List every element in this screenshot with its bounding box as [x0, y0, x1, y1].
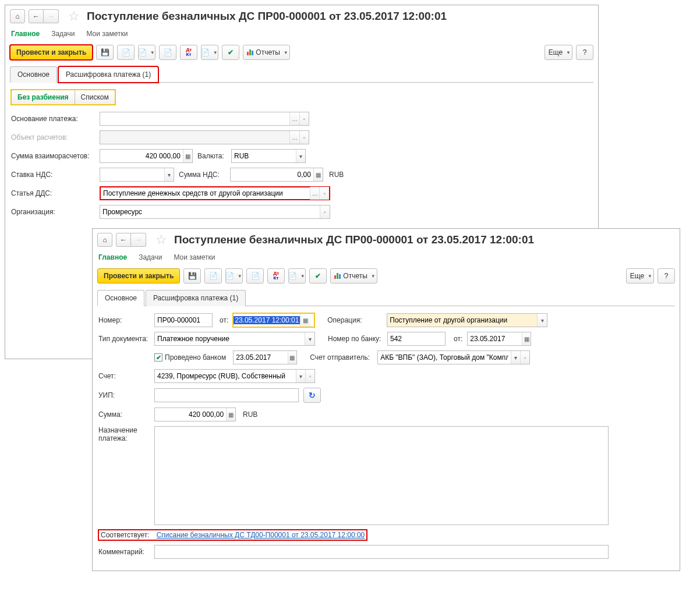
approve-button[interactable]: ✔: [222, 45, 239, 60]
nav-tab-tasks[interactable]: Задачи: [139, 253, 162, 261]
favorite-star-icon[interactable]: ☆: [68, 9, 80, 24]
post-and-close-button[interactable]: Провести и закрыть: [10, 45, 93, 60]
home-button[interactable]: ⌂: [10, 9, 25, 23]
open-icon[interactable]: ▫: [305, 370, 314, 382]
calendar-icon[interactable]: ▦: [300, 314, 310, 327]
dropdown-icon[interactable]: ▾: [305, 332, 314, 345]
open-icon[interactable]: ▫: [319, 187, 329, 200]
sender-account-field[interactable]: ▾▫: [377, 350, 530, 364]
dds-field[interactable]: …▫: [100, 186, 330, 200]
post-button[interactable]: [204, 268, 222, 284]
reports-button[interactable]: Отчеты▼: [330, 268, 377, 284]
document-plus-icon: [225, 272, 234, 280]
calc-icon[interactable]: ▦: [313, 168, 323, 181]
seg-no-split[interactable]: Без разбиения: [11, 90, 75, 105]
back-button[interactable]: ←: [116, 233, 131, 247]
save-button[interactable]: [183, 268, 201, 284]
bank-number-field[interactable]: [387, 332, 446, 346]
help-button[interactable]: ?: [576, 45, 593, 60]
split-mode-segment: Без разбиения Списком: [11, 90, 115, 105]
print-button[interactable]: ▼: [201, 45, 218, 60]
label-corresponds: Соответствует:: [101, 531, 150, 539]
refresh-arrow-icon: ↻: [309, 391, 316, 400]
nav-tab-notes[interactable]: Мои заметки: [86, 30, 128, 38]
tab-payment-detail[interactable]: Расшифровка платежа (1): [58, 66, 158, 83]
save-icon: [101, 48, 109, 56]
calc-icon[interactable]: ▦: [226, 408, 235, 421]
document-icon: [122, 48, 130, 56]
forward-button[interactable]: →: [131, 233, 146, 247]
purpose-textarea[interactable]: [154, 426, 609, 525]
more-button[interactable]: Еще▼: [545, 45, 572, 60]
label-sender-account: Счет отправитель:: [310, 353, 375, 362]
print-button[interactable]: ▼: [288, 268, 306, 284]
label-operation: Операция:: [327, 316, 384, 324]
more-button[interactable]: Еще▼: [626, 268, 654, 284]
tab-payment-detail[interactable]: Расшифровка платежа (1): [146, 290, 246, 306]
dtkt-icon: ДтКт: [274, 271, 280, 281]
favorite-star-icon[interactable]: ☆: [155, 232, 167, 247]
approve-button[interactable]: ✔: [309, 268, 327, 284]
structure-button[interactable]: [159, 45, 176, 60]
uip-field[interactable]: [154, 388, 299, 402]
vat-sum-field[interactable]: ▦: [230, 168, 323, 182]
dropdown-icon[interactable]: ▾: [537, 314, 547, 327]
checkbox-icon: ✔: [154, 353, 162, 362]
org-field[interactable]: ▫: [100, 205, 330, 219]
reports-button[interactable]: Отчеты▼: [243, 45, 289, 60]
open-icon[interactable]: ▫: [320, 205, 330, 218]
titlebar: ⌂ ← → ☆ Поступление безналичных ДС ПР00-…: [93, 229, 680, 251]
create-based-on-button[interactable]: ▼: [138, 45, 155, 60]
forward-button[interactable]: →: [44, 9, 59, 23]
payment-basis-field[interactable]: …▫: [100, 112, 309, 126]
sum-field[interactable]: ▦: [154, 408, 236, 421]
settlement-sum-field[interactable]: ▦: [100, 149, 193, 163]
dropdown-icon[interactable]: ▾: [511, 351, 520, 364]
currency-label: RUB: [243, 410, 257, 419]
calendar-icon[interactable]: ▦: [522, 332, 531, 345]
seg-list[interactable]: Списком: [75, 90, 115, 105]
corresponds-link[interactable]: Списание безналичных ДС ТД00-П00001 от 2…: [157, 531, 365, 539]
document-icon: [209, 272, 218, 280]
nav-tab-notes[interactable]: Мои заметки: [174, 253, 215, 261]
calendar-icon[interactable]: ▦: [288, 351, 296, 364]
help-button[interactable]: ?: [657, 268, 675, 284]
nav-tab-tasks[interactable]: Задачи: [51, 30, 75, 38]
check-icon: ✔: [315, 272, 321, 280]
nav-tab-main[interactable]: Главное: [98, 253, 127, 261]
dropdown-icon[interactable]: ▾: [296, 150, 305, 162]
select-icon[interactable]: …: [289, 112, 299, 125]
select-icon[interactable]: …: [310, 187, 320, 200]
structure-button[interactable]: [246, 268, 264, 284]
tab-main[interactable]: Основное: [97, 290, 144, 306]
home-button[interactable]: ⌂: [97, 233, 112, 247]
dropdown-icon[interactable]: ▾: [296, 370, 305, 382]
save-button[interactable]: [96, 45, 114, 60]
open-icon[interactable]: ▫: [520, 351, 529, 364]
back-button[interactable]: ←: [29, 9, 44, 23]
account-field[interactable]: ▾▫: [154, 369, 315, 383]
number-field[interactable]: [154, 313, 213, 327]
open-icon[interactable]: ▫: [299, 112, 309, 125]
content-tabs: Основное Расшифровка платежа (1): [97, 289, 675, 306]
dtkt-button[interactable]: ДтКт: [267, 268, 285, 284]
comment-field[interactable]: [154, 545, 609, 559]
date-field[interactable]: 23.05.2017 12:00:01▦: [233, 313, 314, 327]
window-payment-main: ⌂ ← → ☆ Поступление безналичных ДС ПР00-…: [92, 228, 680, 571]
tab-main[interactable]: Основное: [10, 66, 57, 83]
nav-tab-main[interactable]: Главное: [11, 30, 40, 38]
post-and-close-button[interactable]: Провести и закрыть: [97, 268, 180, 284]
vat-rate-field[interactable]: ▾: [100, 168, 174, 182]
operation-field[interactable]: ▾: [387, 313, 547, 327]
calc-icon[interactable]: ▦: [183, 150, 192, 162]
bank-date-field[interactable]: ▦: [467, 332, 531, 346]
dropdown-icon[interactable]: ▾: [164, 168, 174, 181]
bank-processed-date-field[interactable]: ▦: [233, 350, 297, 364]
create-based-on-button[interactable]: ▼: [225, 268, 243, 284]
bank-processed-checkbox[interactable]: ✔ Проведено банком: [154, 353, 226, 362]
doc-type-field[interactable]: ▾: [154, 332, 315, 346]
uip-refresh-button[interactable]: ↻: [303, 388, 321, 403]
post-button[interactable]: [117, 45, 135, 60]
currency-field[interactable]: ▾: [231, 149, 306, 163]
dtkt-button[interactable]: ДтКт: [180, 45, 197, 60]
